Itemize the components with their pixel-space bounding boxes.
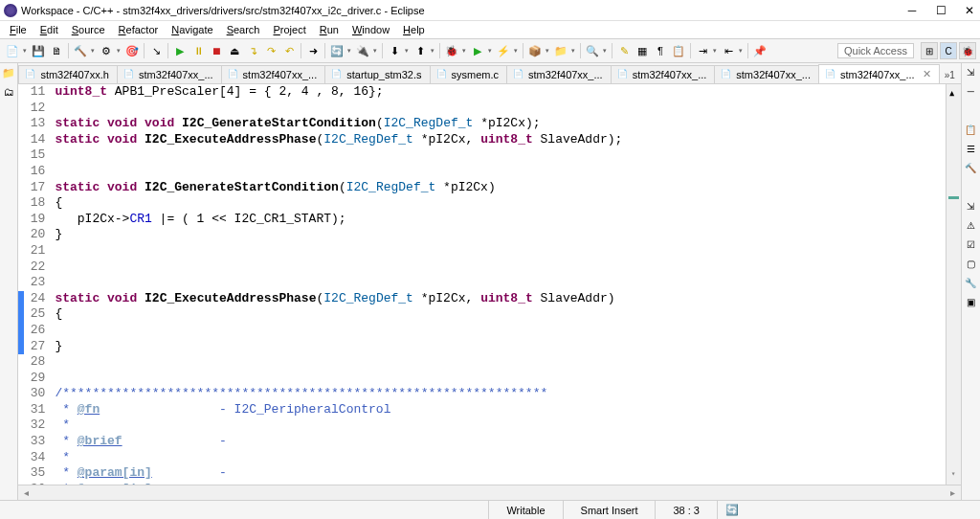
navigator-icon[interactable]: 🗂 [2, 86, 15, 100]
open-element-icon[interactable]: ⬇ [386, 42, 403, 59]
run-icon[interactable]: ▶ [469, 42, 486, 59]
menu-bar: FileEditSourceRefactorNavigateSearchProj… [0, 21, 980, 38]
console-icon[interactable]: ▢ [964, 259, 977, 272]
build-targets-icon[interactable]: 🔨 [964, 163, 977, 176]
save-icon[interactable]: 💾 [30, 42, 47, 59]
editor-tab[interactable]: 📄stm32f407xx_... [611, 65, 716, 83]
debug-icon[interactable]: 🐞 [443, 42, 460, 59]
disconnect-icon[interactable]: ⏏ [226, 42, 243, 59]
cpp-perspective-icon[interactable]: C [940, 42, 957, 59]
c-file-icon: 📄 [721, 69, 732, 80]
toggle-mark-icon[interactable]: ✎ [615, 42, 633, 59]
close-button[interactable]: ✕ [963, 4, 976, 17]
editor-tab[interactable]: 📄stm32f407xx_... [506, 65, 612, 83]
build-config-icon[interactable]: ⚙ [98, 42, 115, 59]
step-into-icon[interactable]: ↴ [244, 42, 261, 59]
vertical-scrollbar[interactable]: ▴ ▾ [946, 84, 961, 485]
tab-label: stm32f407xx_... [736, 69, 811, 80]
menu-search[interactable]: Search [221, 23, 266, 36]
editor-tab[interactable]: 📄stm32f407xx_... [714, 65, 819, 83]
menu-refactor[interactable]: Refactor [113, 23, 165, 36]
editor-tab[interactable]: 📄stm32f407xx_... [221, 65, 326, 83]
c-file-icon: 📄 [617, 69, 629, 80]
code-editor[interactable]: 1112131415161718192021222324252627282930… [18, 84, 960, 485]
updates-icon[interactable]: 🔄 [725, 504, 739, 516]
h-file-icon: 📄 [25, 69, 36, 80]
tab-label: stm32f407xx_... [243, 69, 318, 80]
tasks-icon[interactable]: ☑ [964, 239, 977, 253]
prev-annotation-icon[interactable]: ⇤ [720, 42, 737, 59]
editor-tab[interactable]: 📄stm32f407xx.h [18, 65, 118, 83]
build-target-icon[interactable]: 🎯 [123, 42, 141, 59]
tab-label: sysmem.c [452, 69, 500, 80]
project-explorer-icon[interactable]: 📁 [2, 67, 15, 80]
search-icon[interactable]: 🔍 [584, 42, 601, 59]
pin-editor-icon[interactable]: 📌 [751, 42, 768, 59]
tab-label: stm32f407xx_... [139, 69, 213, 80]
quick-access[interactable]: Quick Access [837, 43, 914, 58]
restore-icon[interactable]: ⇲ [964, 67, 977, 80]
task-list-icon[interactable]: ☰ [964, 144, 977, 157]
menu-project[interactable]: Project [268, 23, 312, 36]
status-writable: Writable [488, 501, 562, 519]
restore-icon-2[interactable]: ⇲ [964, 201, 977, 214]
window-title: Workspace - C/C++ - stm32f4xx_drivers/dr… [21, 5, 905, 16]
scroll-right-icon[interactable]: ▸ [946, 487, 961, 498]
scroll-left-icon[interactable]: ◂ [18, 487, 33, 498]
terminal-icon[interactable]: ▣ [964, 297, 977, 310]
menu-help[interactable]: Help [397, 23, 431, 36]
new-class-icon[interactable]: 📦 [526, 42, 544, 59]
new-dropdown[interactable]: ▾ [22, 47, 29, 55]
instruction-step-icon[interactable]: ➜ [304, 42, 322, 59]
menu-edit[interactable]: Edit [34, 23, 64, 36]
left-trim: 📁 🗂 [0, 63, 18, 500]
menu-file[interactable]: File [4, 23, 33, 36]
profiling-icon[interactable]: ⚡ [495, 42, 512, 59]
new-project-icon[interactable]: 📁 [552, 42, 569, 59]
editor-tab[interactable]: 📄stm32f407xx_... [117, 65, 222, 83]
open-perspective-icon[interactable]: ⊞ [921, 42, 938, 59]
new-icon[interactable]: 📄 [4, 42, 21, 59]
close-tab-icon[interactable]: ✕ [923, 68, 931, 80]
step-return-icon[interactable]: ↶ [280, 42, 298, 59]
menu-window[interactable]: Window [346, 23, 395, 36]
horizontal-scrollbar[interactable]: ◂ ▸ [18, 485, 960, 500]
show-whitespace-icon[interactable]: ¶ [652, 42, 669, 59]
outline-icon[interactable]: 📋 [964, 124, 977, 138]
minimize-view-icon[interactable]: ─ [964, 86, 977, 100]
editor-tab[interactable]: 📄startup_stm32.s [324, 65, 430, 83]
new-connection-icon[interactable]: 🔌 [354, 42, 371, 59]
main-toolbar: 📄▾ 💾 🗎 🔨▾ ⚙▾ 🎯 ↘ ▶ ⏸ ⏹ ⏏ ↴ ↷ ↶ ➜ 🔄▾ 🔌▾ ⬇… [0, 38, 980, 63]
toggle-word-icon[interactable]: 📋 [670, 42, 687, 59]
code-area[interactable]: uint8_t APB1_PreScaler[4] = { 2, 4 , 8, … [53, 84, 945, 485]
next-annotation-icon[interactable]: ⇥ [694, 42, 711, 59]
menu-navigate[interactable]: Navigate [166, 23, 218, 36]
build-icon[interactable]: 🔨 [72, 42, 89, 59]
c-file-icon: 📄 [123, 69, 135, 80]
menu-run[interactable]: Run [314, 23, 345, 36]
terminate-icon[interactable]: ⏹ [208, 42, 225, 59]
debug-perspective-icon[interactable]: 🐞 [959, 42, 976, 59]
tab-label: startup_stm32.s [346, 69, 421, 80]
skip-breakpoints-icon[interactable]: ↘ [147, 42, 165, 59]
resume-icon[interactable]: ▶ [171, 42, 189, 59]
maximize-button[interactable]: ☐ [934, 4, 947, 17]
suspend-icon[interactable]: ⏸ [189, 42, 207, 59]
c-file-icon: 📄 [825, 69, 836, 80]
menu-source[interactable]: Source [66, 23, 111, 36]
save-all-icon[interactable]: 🗎 [48, 42, 65, 59]
restart-icon[interactable]: 🔄 [328, 42, 345, 59]
step-over-icon[interactable]: ↷ [262, 42, 279, 59]
open-type-icon[interactable]: ⬆ [412, 42, 429, 59]
editor-tabs: 📄stm32f407xx.h📄stm32f407xx_...📄stm32f407… [18, 63, 960, 84]
line-gutter: 1112131415161718192021222324252627282930… [24, 84, 53, 485]
editor-tab[interactable]: 📄sysmem.c [430, 65, 508, 83]
editor-tab[interactable]: 📄stm32f407xx_...✕ [818, 64, 940, 83]
minimize-button[interactable]: ─ [905, 4, 919, 17]
problems-icon[interactable]: ⚠ [964, 220, 977, 234]
tab-label: stm32f407xx_... [528, 69, 603, 80]
properties-icon[interactable]: 🔧 [964, 278, 977, 291]
toggle-block-icon[interactable]: ▦ [634, 42, 651, 59]
c-file-icon: 📄 [436, 69, 448, 80]
tabs-overflow[interactable]: »1 [939, 67, 961, 83]
